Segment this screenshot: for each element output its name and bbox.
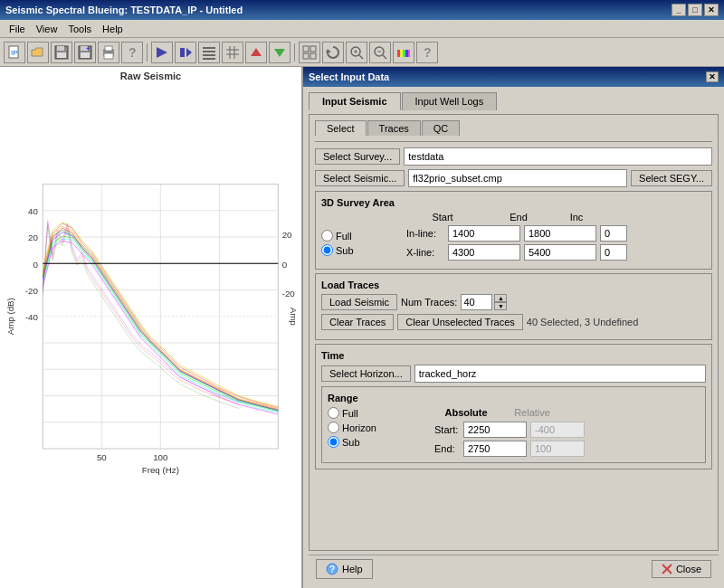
tb-grid[interactable] xyxy=(222,42,243,63)
select-segy-button[interactable]: Select SEGY... xyxy=(631,170,712,186)
dialog-close-icon[interactable]: ✕ xyxy=(706,71,719,82)
help-button[interactable]: ? Help xyxy=(316,559,373,579)
traces-status: 40 Selected, 3 Undefined xyxy=(527,317,639,327)
tb-question[interactable]: ? xyxy=(416,42,438,63)
tb-open[interactable] xyxy=(27,42,49,63)
range-sub-radio[interactable] xyxy=(328,436,339,448)
range-box: Range Full Horizon xyxy=(321,386,706,463)
select-survey-button[interactable]: Select Survey... xyxy=(315,148,400,165)
dialog-panel: Select Input Data ✕ Input Seismic Input … xyxy=(303,67,724,588)
xline-start-input[interactable] xyxy=(448,244,520,261)
svg-text:0: 0 xyxy=(282,260,288,270)
tb-arrow-up[interactable] xyxy=(245,42,267,63)
menu-help[interactable]: Help xyxy=(97,22,129,36)
load-traces-row2: Clear Traces Clear Unselected Traces 40 … xyxy=(321,314,706,330)
range-full-radio[interactable] xyxy=(328,407,339,419)
tb-zoom-in[interactable] xyxy=(346,42,367,63)
radio-sub-label[interactable]: Sub xyxy=(321,244,403,256)
tb-arrow-down[interactable] xyxy=(269,42,291,63)
load-seismic-button[interactable]: Load Seismic xyxy=(321,294,397,310)
svg-rect-26 xyxy=(303,46,309,52)
svg-rect-19 xyxy=(203,58,215,60)
menu-file[interactable]: File xyxy=(4,22,31,36)
abs-start-input[interactable] xyxy=(463,422,527,438)
inner-tab-traces[interactable]: Traces xyxy=(367,120,421,136)
xline-inc-input[interactable] xyxy=(600,244,627,261)
xline-end-input[interactable] xyxy=(524,244,596,261)
num-traces-label: Num Traces: xyxy=(401,297,457,308)
tb-refresh[interactable] xyxy=(322,42,344,63)
inline-label: In-line: xyxy=(406,228,444,239)
seismic-value-input[interactable] xyxy=(408,169,627,187)
tb-saveas[interactable]: + xyxy=(74,42,96,63)
radio-full-label[interactable]: Full xyxy=(321,230,403,242)
tb-zoom-out[interactable] xyxy=(369,42,391,63)
app-title: Seismic Spectral Blueing: TESTDATA_IP - … xyxy=(5,5,243,15)
svg-text:50: 50 xyxy=(97,452,107,462)
tb-new[interactable]: IP xyxy=(4,42,25,63)
range-horizon-label[interactable]: Horizon xyxy=(328,422,427,433)
survey-area-title: 3D Survey Area xyxy=(321,197,706,208)
tab-input-seismic[interactable]: Input Seismic xyxy=(309,92,401,110)
range-horizon-radio[interactable] xyxy=(328,422,339,433)
num-traces-input[interactable] xyxy=(461,294,492,310)
svg-marker-25 xyxy=(274,49,285,57)
svg-rect-40 xyxy=(400,50,403,57)
inline-inc-input[interactable] xyxy=(600,225,627,242)
tab-input-well-logs[interactable]: Input Well Logs xyxy=(402,92,498,110)
tb-list[interactable] xyxy=(198,42,220,63)
svg-rect-27 xyxy=(310,46,316,52)
inline-end-input[interactable] xyxy=(524,225,596,242)
range-full-label[interactable]: Full xyxy=(328,407,427,419)
clear-traces-button[interactable]: Clear Traces xyxy=(321,314,394,330)
svg-text:-20: -20 xyxy=(282,289,296,299)
radio-full[interactable] xyxy=(321,230,333,242)
dialog-title-bar: Select Input Data ✕ xyxy=(303,67,724,87)
svg-text:40: 40 xyxy=(28,206,38,216)
clear-unselected-button[interactable]: Clear Unselected Traces xyxy=(397,314,522,330)
menu-tools[interactable]: Tools xyxy=(62,22,97,36)
select-seismic-row: Select Seismic... Select SEGY... xyxy=(315,169,712,187)
close-window-button[interactable]: ✕ xyxy=(704,4,719,16)
range-section: Full Horizon Sub xyxy=(328,407,700,457)
end-label: End: xyxy=(434,443,460,454)
load-traces-title: Load Traces xyxy=(321,280,706,290)
tb-save[interactable] xyxy=(51,42,72,63)
tb-help[interactable]: ? xyxy=(121,42,143,63)
tb-print[interactable] xyxy=(98,42,119,63)
dialog-title: Select Input Data xyxy=(309,71,389,82)
svg-rect-28 xyxy=(303,53,309,59)
absolute-label: Absolute xyxy=(434,407,498,418)
svg-rect-3 xyxy=(57,46,64,51)
radio-sub[interactable] xyxy=(321,244,333,256)
tb-grid2[interactable] xyxy=(299,42,320,63)
menu-view[interactable]: View xyxy=(31,22,63,36)
svg-line-36 xyxy=(383,55,386,59)
time-title: Time xyxy=(321,350,706,361)
inline-start-input[interactable] xyxy=(448,225,520,242)
abs-end-input[interactable] xyxy=(463,441,527,457)
relative-label: Relative xyxy=(505,407,559,418)
rel-start-input xyxy=(530,422,585,438)
svg-text:?: ? xyxy=(129,45,137,60)
maximize-button[interactable]: □ xyxy=(688,4,702,16)
dialog-bottom: ? Help Close xyxy=(309,555,719,583)
tb-run[interactable] xyxy=(151,42,173,63)
horizon-value-input[interactable] xyxy=(414,365,706,383)
svg-text:Amp (dB): Amp (dB) xyxy=(5,298,15,335)
inner-tab-qc[interactable]: QC xyxy=(422,120,461,136)
minimize-button[interactable]: _ xyxy=(672,4,686,16)
tb-palette[interactable] xyxy=(393,42,414,63)
spinner-up[interactable]: ▲ xyxy=(494,294,507,302)
spinner-down[interactable]: ▼ xyxy=(494,302,507,310)
close-button[interactable]: Close xyxy=(652,560,711,578)
survey-value-input[interactable] xyxy=(404,147,712,166)
select-seismic-button[interactable]: Select Seismic... xyxy=(315,170,405,186)
toolbar: IP + ? ? xyxy=(0,38,724,67)
tb-step[interactable] xyxy=(175,42,196,63)
range-sub-label[interactable]: Sub xyxy=(328,436,427,448)
inner-tab-select[interactable]: Select xyxy=(315,120,367,136)
svg-text:Amp: Amp xyxy=(289,308,298,327)
svg-text:20: 20 xyxy=(28,232,38,242)
select-horizon-button[interactable]: Select Horizon... xyxy=(321,365,411,382)
